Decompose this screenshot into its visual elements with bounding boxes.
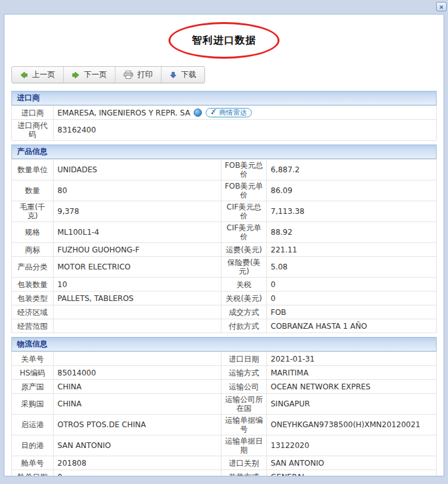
field-label: FOB美元总价 (221, 160, 267, 180)
field-value: CHINA (54, 380, 221, 394)
import-detail-dialog: 智利进口数据 上一页 下一页 打印 下载 进口商 进口商 (4, 14, 444, 476)
field-value: 5.08 (267, 257, 437, 278)
field-label: 进口日期 (221, 352, 267, 366)
field-label: 进口关别 (221, 456, 267, 470)
field-value: ML100L1-4 (54, 222, 221, 243)
field-label: 数量单位 (12, 160, 54, 180)
next-page-button[interactable]: 下一页 (63, 67, 115, 83)
field-label: 商标 (12, 243, 54, 257)
prev-page-button[interactable]: 上一页 (12, 67, 63, 83)
table-row: 舱单日期0装载方式GENERAL (12, 470, 437, 477)
next-page-label: 下一页 (84, 69, 107, 80)
field-label: 运费(美元) (221, 243, 267, 257)
printer-icon (124, 71, 133, 79)
page-title: 智利进口数据 (192, 34, 256, 47)
globe-icon[interactable] (194, 109, 202, 117)
table-row: 数量单位UNIDADESFOB美元总价6,887.2 (12, 160, 437, 180)
table-row: 进口商代码83162400 (12, 120, 437, 141)
field-value: 13122020 (267, 435, 437, 456)
field-label: 运输方式 (221, 366, 267, 380)
field-value: SAN ANTONIO (54, 435, 221, 456)
section-header-importer: 进口商 (11, 91, 437, 105)
table-row: HS编码85014000运输方式MARITIMA (12, 366, 437, 380)
field-label: 舱单号 (12, 456, 54, 470)
section-logistics: 物流信息 关单号进口日期2021-01-31HS编码85014000运输方式MA… (11, 337, 437, 476)
field-label: FOB美元单价 (221, 180, 267, 201)
section-header-product: 产品信息 (11, 145, 437, 159)
field-value: 0 (54, 470, 221, 477)
logistics-table: 关单号进口日期2021-01-31HS编码85014000运输方式MARITIM… (11, 351, 437, 476)
field-value: 85014000 (54, 366, 221, 380)
table-row: 商标FUZHOU GUOHONG-F运费(美元)221.11 (12, 243, 437, 257)
field-label: 经营范围 (12, 319, 54, 333)
window-titlebar: × (0, 0, 448, 14)
table-row: 经营范围付款方式COBRANZA HASTA 1 AÑO (12, 319, 437, 333)
field-value: SAN ANTONIO (267, 456, 437, 470)
field-label: 运输单据编号 (221, 415, 267, 435)
table-row: 进口商 EMARESA, INGENIEROS Y REPR. SA 商情雷达 (12, 106, 437, 120)
table-row: 关单号进口日期2021-01-31 (12, 352, 437, 366)
close-icon[interactable]: × (436, 2, 447, 11)
field-label: 保险费(美元) (221, 257, 267, 278)
field-value: FOB (267, 305, 437, 319)
print-button[interactable]: 打印 (115, 67, 161, 83)
download-label: 下载 (181, 69, 196, 80)
field-value: UNIDADES (54, 160, 221, 180)
field-label: 付款方式 (221, 319, 267, 333)
field-label: 运输公司所在国 (221, 394, 267, 415)
table-row: 采购国CHINA运输公司所在国SINGAPUR (12, 394, 437, 415)
field-value: 10 (54, 278, 221, 292)
field-value: 2021-01-31 (267, 352, 437, 366)
table-row: 经济区域成交方式FOB (12, 305, 437, 319)
field-label: 运输公司 (221, 380, 267, 394)
field-label: 采购国 (12, 394, 54, 415)
field-value: 0 (267, 292, 437, 305)
radar-icon (211, 109, 217, 117)
toolbar: 上一页 下一页 打印 下载 (11, 66, 205, 83)
prev-page-label: 上一页 (32, 69, 55, 80)
field-value: SINGAPUR (267, 394, 437, 415)
field-value: 0 (267, 278, 437, 292)
radar-badge-label: 商情雷达 (219, 109, 247, 117)
field-value (54, 305, 221, 319)
print-label: 打印 (138, 69, 153, 80)
table-row: 启运港OTROS PTOS.DE CHINA运输单据编号ONEYHKGAN973… (12, 415, 437, 435)
arrow-down-icon (170, 71, 177, 79)
field-value: GENERAL (267, 470, 437, 477)
field-value: FUZHOU GUOHONG-F (54, 243, 221, 257)
field-label: 舱单日期 (12, 470, 54, 477)
field-label: 包装数量 (12, 278, 54, 292)
field-label: 装载方式 (221, 470, 267, 477)
download-button[interactable]: 下载 (161, 67, 204, 83)
field-value: 201808 (54, 456, 221, 470)
field-label: 关单号 (12, 352, 54, 366)
field-label: 产品分类 (12, 257, 54, 278)
field-value: 80 (54, 180, 221, 201)
field-label: 成交方式 (221, 305, 267, 319)
section-product: 产品信息 数量单位UNIDADESFOB美元总价6,887.2数量80FOB美元… (11, 145, 437, 333)
field-value: 7,113.38 (267, 201, 437, 222)
field-value (54, 319, 221, 333)
field-label: 进口商代码 (12, 120, 54, 141)
field-label: HS编码 (12, 366, 54, 380)
field-value: COBRANZA HASTA 1 AÑO (267, 319, 437, 333)
field-label: CIF美元总价 (221, 201, 267, 222)
field-value: PALLETS, TABLEROS (54, 292, 221, 305)
table-row: 目的港SAN ANTONIO运输单据日期13122020 (12, 435, 437, 456)
business-radar-link[interactable]: 商情雷达 (206, 108, 252, 117)
table-row: 包装数量10关税0 (12, 278, 437, 292)
table-row: 产品分类MOTOR ELECTRICO保险费(美元)5.08 (12, 257, 437, 278)
field-label: 关税(美元) (221, 292, 267, 305)
field-value: 221.11 (267, 243, 437, 257)
importer-name: EMARESA, INGENIEROS Y REPR. SA (57, 109, 190, 117)
product-table: 数量单位UNIDADESFOB美元总价6,887.2数量80FOB美元单价86.… (11, 159, 437, 333)
field-label: 目的港 (12, 435, 54, 456)
field-value: OTROS PTOS.DE CHINA (54, 415, 221, 435)
field-label: 规格 (12, 222, 54, 243)
table-row: 包装类型PALLETS, TABLEROS关税(美元)0 (12, 292, 437, 305)
table-row: 数量80FOB美元单价86.09 (12, 180, 437, 201)
field-label: 经济区域 (12, 305, 54, 319)
section-importer: 进口商 进口商 EMARESA, INGENIEROS Y REPR. SA 商… (11, 91, 437, 141)
field-label: 关税 (221, 278, 267, 292)
field-value: EMARESA, INGENIEROS Y REPR. SA 商情雷达 (54, 106, 437, 120)
